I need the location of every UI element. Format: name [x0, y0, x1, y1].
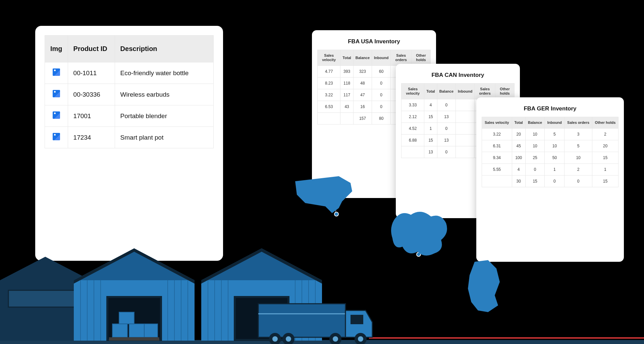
- svg-rect-20: [144, 324, 158, 337]
- inventory-title: FBA CAN Inventory: [401, 69, 515, 83]
- inv-header-oh: Other holds: [592, 117, 618, 129]
- inv-header-inbound: Inbound: [372, 50, 391, 66]
- map-usa-icon: [292, 171, 359, 216]
- products-header-pid: Product ID: [68, 36, 115, 62]
- map-germany-icon: [461, 258, 505, 317]
- inv-header-total: Total: [340, 50, 353, 66]
- image-icon: [53, 68, 60, 76]
- inv-header-oh: Other holds: [412, 50, 431, 66]
- svg-rect-21: [109, 337, 159, 341]
- product-desc: Eco-friendly water bottle: [115, 62, 213, 84]
- inv-header-so: Sales orders: [475, 84, 495, 99]
- inv-header-balance: Balance: [437, 84, 455, 99]
- image-icon: [53, 133, 60, 140]
- product-id: 00-1011: [68, 62, 115, 84]
- inv-header-total: Total: [424, 84, 437, 99]
- svg-point-44: [358, 336, 363, 342]
- inv-header-inbound: Inbound: [545, 117, 565, 129]
- inv-header-sv: Sales velocity: [482, 117, 512, 129]
- inv-header-balance: Balance: [353, 50, 372, 66]
- inv-header-sv: Sales velocity: [401, 84, 424, 99]
- inv-header-total: Total: [512, 117, 525, 129]
- table-row: 6.31 45 10 10 5 20: [482, 140, 619, 152]
- product-id: 17001: [68, 105, 115, 127]
- svg-rect-34: [258, 304, 345, 337]
- svg-rect-36: [351, 315, 363, 324]
- svg-marker-3: [0, 257, 91, 280]
- svg-rect-1: [369, 337, 644, 339]
- product-id: 00-30336: [68, 84, 115, 105]
- image-icon: [53, 111, 60, 119]
- image-icon: [53, 90, 60, 97]
- product-id: 17234: [68, 127, 115, 148]
- products-header-img: Img: [45, 36, 68, 62]
- inv-header-sv: Sales velocity: [318, 50, 340, 66]
- table-row: 00-1011 Eco-friendly water bottle: [45, 62, 214, 84]
- table-row: 5.55 4 0 1 2 1: [482, 164, 619, 176]
- product-desc: Portable blender: [115, 105, 213, 127]
- map-canada-icon: [387, 206, 451, 261]
- inventory-table-ger: Sales velocity Total Balance Inbound Sal…: [482, 117, 619, 187]
- svg-point-40: [286, 336, 291, 342]
- svg-rect-4: [8, 290, 82, 307]
- inventory-title: FBA USA Inventory: [317, 36, 431, 50]
- products-header-desc: Description: [115, 36, 213, 62]
- table-row: 17234 Smart plant pot: [45, 127, 214, 148]
- inventory-card-ger: FBA GER Inventory Sales velocity Total B…: [476, 97, 624, 262]
- product-desc: Smart plant pot: [115, 127, 213, 148]
- table-row: 30 15 0 0 15: [482, 176, 619, 187]
- inv-header-so: Sales orders: [391, 50, 412, 66]
- svg-point-38: [272, 336, 278, 342]
- inv-header-so: Sales orders: [565, 117, 592, 129]
- product-desc: Wireless earbuds: [115, 84, 213, 105]
- svg-rect-18: [129, 324, 144, 337]
- products-table: Img Product ID Description 00-1011 Eco-f…: [45, 35, 214, 148]
- products-card: Img Product ID Description 00-1011 Eco-f…: [35, 26, 223, 261]
- table-row: 3.22 20 10 5 3 2: [482, 129, 619, 140]
- svg-rect-19: [119, 312, 134, 324]
- table-row: 00-30336 Wireless earbuds: [45, 84, 214, 105]
- svg-rect-17: [112, 324, 127, 337]
- table-row: 9.34 100 25 50 10 15: [482, 152, 619, 164]
- inv-header-oh: Other holds: [495, 84, 515, 99]
- svg-point-42: [333, 336, 338, 342]
- svg-marker-22: [201, 248, 322, 280]
- inv-header-balance: Balance: [525, 117, 545, 129]
- table-row: 17001 Portable blender: [45, 105, 214, 127]
- inventory-title: FBA GER Inventory: [482, 103, 619, 117]
- inv-header-inbound: Inbound: [456, 84, 475, 99]
- svg-marker-5: [74, 248, 195, 280]
